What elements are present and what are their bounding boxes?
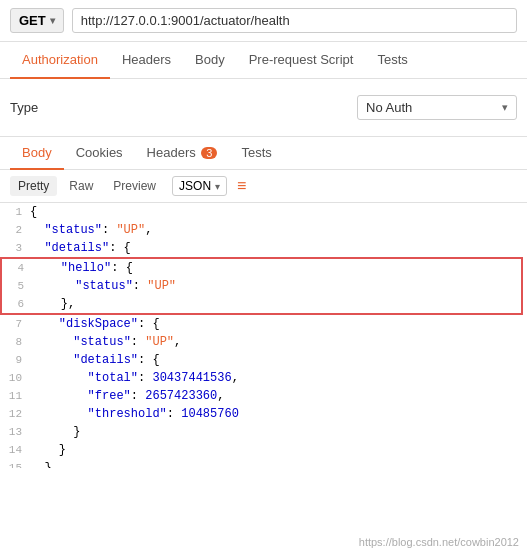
fmt-pretty[interactable]: Pretty <box>10 176 57 196</box>
line-content: } <box>30 459 527 468</box>
json-line: 5 "status": "UP" <box>2 277 521 295</box>
json-line: 3 "details": { <box>0 239 527 257</box>
json-line: 2 "status": "UP", <box>0 221 527 239</box>
line-number: 4 <box>2 259 32 277</box>
json-line: 6 }, <box>2 295 521 313</box>
json-line: 7 "diskSpace": { <box>0 315 527 333</box>
tab-headers[interactable]: Headers <box>110 42 183 79</box>
auth-row: Type No Auth ▾ <box>10 95 517 120</box>
resp-tab-body[interactable]: Body <box>10 137 64 170</box>
line-number: 13 <box>0 423 30 441</box>
auth-type-label: Type <box>10 100 50 115</box>
line-content: "details": { <box>30 351 527 369</box>
method-dropdown[interactable]: GET ▾ <box>10 8 64 33</box>
line-content: } <box>30 441 527 459</box>
line-content: { <box>30 203 527 221</box>
wrap-icon[interactable]: ≡ <box>237 177 246 195</box>
line-number: 15 <box>0 459 30 468</box>
json-line: 14 } <box>0 441 527 459</box>
line-content: "total": 30437441536, <box>30 369 527 387</box>
line-content: } <box>30 423 527 441</box>
line-content: "diskSpace": { <box>30 315 527 333</box>
watermark: https://blog.csdn.net/cowbin2012 <box>359 536 519 548</box>
json-body: 1 { 2 "status": "UP", 3 "details": { 4 "… <box>0 203 527 468</box>
fmt-raw[interactable]: Raw <box>61 176 101 196</box>
line-number: 2 <box>0 221 30 239</box>
request-tabs: Authorization Headers Body Pre-request S… <box>0 42 527 79</box>
format-bar: Pretty Raw Preview JSON ▾ ≡ <box>0 170 527 203</box>
line-number: 12 <box>0 405 30 423</box>
json-line: 9 "details": { <box>0 351 527 369</box>
url-bar: GET ▾ <box>0 0 527 42</box>
line-content: "status": "UP", <box>30 333 527 351</box>
auth-type-select[interactable]: No Auth ▾ <box>357 95 517 120</box>
format-select[interactable]: JSON ▾ <box>172 176 227 196</box>
tab-tests[interactable]: Tests <box>365 42 419 79</box>
json-line: 12 "threshold": 10485760 <box>0 405 527 423</box>
line-number: 8 <box>0 333 30 351</box>
auth-select-arrow: ▾ <box>502 101 508 114</box>
line-number: 1 <box>0 203 30 221</box>
resp-tab-headers[interactable]: Headers 3 <box>135 137 230 170</box>
line-content: "details": { <box>30 239 527 257</box>
line-number: 5 <box>2 277 32 295</box>
json-line: 8 "status": "UP", <box>0 333 527 351</box>
json-line: 10 "total": 30437441536, <box>0 369 527 387</box>
line-number: 14 <box>0 441 30 459</box>
format-arrow: ▾ <box>215 181 220 192</box>
url-input[interactable] <box>72 8 517 33</box>
fmt-preview[interactable]: Preview <box>105 176 164 196</box>
json-line: 4 "hello": { <box>2 259 521 277</box>
json-line: 11 "free": 2657423360, <box>0 387 527 405</box>
line-number: 11 <box>0 387 30 405</box>
line-content: "status": "UP", <box>30 221 527 239</box>
response-tabs: Body Cookies Headers 3 Tests <box>0 137 527 170</box>
format-value: JSON <box>179 179 211 193</box>
line-content: "threshold": 10485760 <box>30 405 527 423</box>
tab-authorization[interactable]: Authorization <box>10 42 110 79</box>
line-content: }, <box>32 295 521 313</box>
line-number: 3 <box>0 239 30 257</box>
line-number: 10 <box>0 369 30 387</box>
json-line: 15 } <box>0 459 527 468</box>
resp-tab-cookies[interactable]: Cookies <box>64 137 135 170</box>
tab-body[interactable]: Body <box>183 42 237 79</box>
line-number: 9 <box>0 351 30 369</box>
method-chevron: ▾ <box>50 15 55 26</box>
tab-prerequest[interactable]: Pre-request Script <box>237 42 366 79</box>
json-line: 1 { <box>0 203 527 221</box>
line-number: 6 <box>2 295 32 313</box>
json-line: 13 } <box>0 423 527 441</box>
resp-tab-tests[interactable]: Tests <box>229 137 283 170</box>
line-content: "status": "UP" <box>32 277 521 295</box>
auth-type-value: No Auth <box>366 100 412 115</box>
method-label: GET <box>19 13 46 28</box>
line-content: "free": 2657423360, <box>30 387 527 405</box>
headers-badge: 3 <box>201 147 217 159</box>
line-content: "hello": { <box>32 259 521 277</box>
auth-section: Type No Auth ▾ <box>0 79 527 137</box>
line-number: 7 <box>0 315 30 333</box>
